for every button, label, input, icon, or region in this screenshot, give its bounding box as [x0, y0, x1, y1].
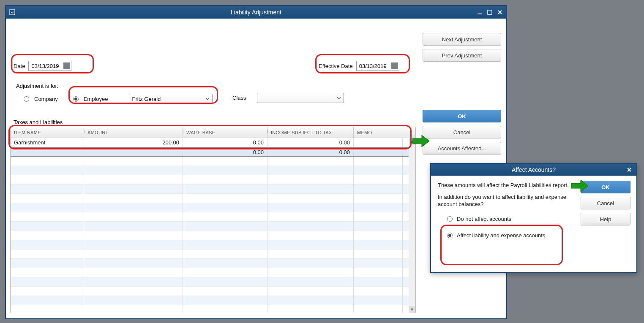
th-memo[interactable]: MEMO: [354, 127, 403, 138]
table-row[interactable]: [11, 175, 409, 185]
table-row[interactable]: [11, 212, 409, 222]
dialog-title: Affect Accounts?: [512, 166, 556, 173]
effective-date-value: 03/13/2019: [359, 63, 387, 69]
scroll-down-icon[interactable]: ▼: [409, 306, 415, 313]
svg-rect-0: [10, 10, 15, 15]
green-arrow-1: [412, 135, 429, 147]
table-row[interactable]: [11, 250, 409, 259]
cell-amount[interactable]: [84, 148, 183, 156]
ok-button[interactable]: OK: [423, 110, 501, 122]
dialog-text-2: In addition do you want to affect liabil…: [438, 193, 573, 208]
radio-affect-accounts[interactable]: [447, 233, 453, 238]
table-row[interactable]: [11, 203, 409, 212]
next-adjustment-label: ext Adjustment: [446, 36, 482, 43]
radio-employee[interactable]: [73, 96, 79, 102]
date-row: Date 03/13/2019: [14, 61, 71, 71]
th-item-name[interactable]: ITEM NAME: [11, 127, 84, 138]
chevron-down-icon: [337, 95, 341, 101]
svg-rect-1: [478, 14, 482, 14]
accounts-affected-label: ccounts Affected...: [441, 145, 486, 152]
affect-accounts-dialog: Affect Accounts? These amounts will affe…: [430, 163, 637, 273]
radio-employee-label: Employee: [84, 96, 108, 102]
employee-dropdown[interactable]: Fritz Gerald: [129, 94, 213, 104]
dialog-text-1: These amounts will affect the Payroll Li…: [438, 182, 573, 189]
chevron-down-icon: [205, 96, 210, 102]
effective-date-row: Effective Date 03/13/2019: [319, 61, 399, 71]
effective-date-label: Effective Date: [319, 63, 353, 69]
table-row[interactable]: [11, 157, 409, 166]
prev-adjustment-button[interactable]: Prev Adjustment: [423, 49, 501, 62]
nav-button-column: Next Adjustment Prev Adjustment: [423, 33, 501, 62]
table-row[interactable]: [11, 287, 409, 296]
svg-rect-2: [488, 10, 492, 14]
main-title: Liability Adjustment: [231, 9, 281, 16]
radio-company-label: Company: [34, 96, 58, 102]
cell-amount[interactable]: 200.00: [84, 138, 183, 147]
table-row[interactable]: [11, 296, 409, 305]
class-dropdown[interactable]: [257, 93, 344, 103]
cell-item-name[interactable]: [11, 148, 84, 156]
radio-company[interactable]: [24, 96, 29, 102]
action-button-column: OK Cancel Accounts Affected...: [423, 110, 501, 155]
table-row[interactable]: [11, 166, 409, 175]
accounts-affected-button[interactable]: Accounts Affected...: [423, 142, 501, 155]
employee-dropdown-value: Fritz Gerald: [132, 96, 161, 102]
date-value: 03/13/2019: [31, 63, 59, 69]
cell-memo[interactable]: [354, 148, 403, 156]
th-amount[interactable]: AMOUNT: [84, 127, 183, 138]
table-row[interactable]: [11, 185, 409, 194]
adjustment-for-label: Adjustment is for:: [16, 83, 58, 89]
cell-memo[interactable]: [354, 138, 403, 147]
table-row[interactable]: 0.00 0.00: [11, 147, 409, 157]
minimize-icon[interactable]: [476, 8, 483, 16]
dialog-cancel-button[interactable]: Cancel: [581, 197, 630, 209]
table-row[interactable]: [11, 240, 409, 250]
table-row[interactable]: [11, 268, 409, 277]
dialog-body: These amounts will affect the Payroll Li…: [431, 176, 636, 272]
adjustment-for-row: Company Employee Fritz Gerald: [24, 93, 213, 105]
cell-income-subject[interactable]: 0.00: [267, 138, 354, 147]
table-body: Garnishment 200.00 0.00 0.00 0.00 0.00: [11, 138, 409, 313]
calendar-icon[interactable]: [391, 62, 398, 69]
date-label: Date: [14, 63, 25, 69]
effective-date-input[interactable]: 03/13/2019: [356, 61, 399, 71]
close-icon[interactable]: [496, 8, 504, 16]
radio-do-not-affect-label: Do not affect accounts: [457, 216, 511, 222]
table-row[interactable]: Garnishment 200.00 0.00 0.00: [11, 138, 409, 147]
table-row[interactable]: [11, 222, 409, 231]
main-titlebar: Liability Adjustment: [6, 6, 506, 19]
table-header: ITEM NAME AMOUNT WAGE BASE INCOME SUBJEC…: [11, 127, 415, 138]
radio-do-not-affect[interactable]: [447, 216, 453, 222]
cell-item-name[interactable]: Garnishment: [11, 138, 84, 147]
window-menu-icon[interactable]: [8, 8, 16, 16]
cell-wage-base[interactable]: 0.00: [183, 148, 267, 156]
cell-wage-base[interactable]: 0.00: [183, 138, 267, 147]
next-adjustment-button[interactable]: Next Adjustment: [423, 33, 501, 46]
cancel-button[interactable]: Cancel: [423, 126, 501, 138]
cell-income-subject[interactable]: 0.00: [267, 148, 354, 156]
table-row[interactable]: [11, 259, 409, 268]
close-icon[interactable]: [625, 166, 633, 174]
class-label: Class: [232, 95, 246, 101]
table-row[interactable]: [11, 194, 409, 203]
prev-adjustment-label: rev Adjustment: [445, 52, 482, 59]
radio-affect-accounts-label: Affect liability and expense accounts: [457, 232, 545, 239]
calendar-icon[interactable]: [63, 62, 70, 69]
date-input[interactable]: 03/13/2019: [28, 61, 71, 71]
maximize-icon[interactable]: [486, 8, 494, 16]
dialog-titlebar: Affect Accounts?: [431, 164, 636, 176]
table-row[interactable]: [11, 231, 409, 240]
taxes-liabilities-label: Taxes and Liabilities: [14, 119, 63, 125]
option-affect-accounts[interactable]: Affect liability and expense accounts: [447, 232, 630, 239]
th-income-subject-to-tax[interactable]: INCOME SUBJECT TO TAX: [267, 127, 354, 138]
table-row[interactable]: [11, 277, 409, 287]
dialog-help-button[interactable]: Help: [581, 213, 630, 225]
table-row[interactable]: [11, 305, 409, 313]
green-arrow-2: [571, 180, 588, 192]
table-scrollbar[interactable]: ▲ ▼: [409, 138, 415, 313]
th-wage-base[interactable]: WAGE BASE: [183, 127, 267, 138]
taxes-liabilities-table: ITEM NAME AMOUNT WAGE BASE INCOME SUBJEC…: [10, 127, 416, 313]
